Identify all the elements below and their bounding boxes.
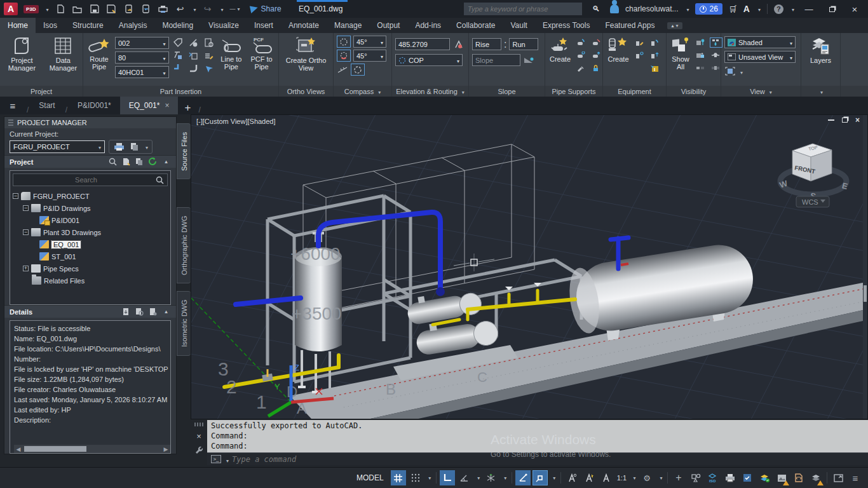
cart-icon[interactable]: 🛒︎ (729, 4, 737, 14)
tab-annotate[interactable]: Annotate (281, 18, 327, 33)
model-viewport[interactable]: [-][Custom View][Shaded] × (191, 114, 868, 419)
file-tab-start[interactable]: Start (30, 97, 64, 114)
elevation-lock-icon[interactable] (452, 39, 464, 50)
snap-mode-toggle[interactable] (408, 470, 423, 485)
support-settings-icon[interactable] (575, 63, 587, 73)
side-tab-source-files[interactable]: Source Files (177, 123, 191, 179)
snap-dropdown-icon[interactable] (425, 475, 433, 481)
polar-tracking-toggle[interactable] (457, 470, 472, 485)
autodesk-app-icon[interactable]: A (743, 4, 750, 14)
save-icon[interactable] (89, 4, 100, 14)
attach-support-icon[interactable] (575, 50, 587, 60)
tree-search-input[interactable] (17, 176, 156, 184)
panel-label-part-insertion[interactable]: Part Insertion (83, 86, 278, 97)
modify-equipment-icon[interactable] (634, 37, 645, 48)
convert-equipment-icon[interactable] (649, 37, 660, 48)
ortho-mode-toggle[interactable] (440, 470, 455, 485)
command-input-row[interactable]: >_ (207, 452, 868, 465)
isometric-drafting-toggle[interactable] (484, 470, 499, 485)
detach-equipment-icon[interactable] (649, 50, 660, 60)
collapse-icon[interactable] (13, 193, 18, 199)
tick-marks-icon[interactable] (337, 65, 348, 75)
help-dropdown-icon[interactable] (790, 4, 794, 13)
tree-item-plant3d-drawings[interactable]: Plant 3D Drawings (13, 226, 168, 238)
username[interactable]: charlesoluwat... (625, 4, 678, 13)
model-space-button[interactable]: MODEL (351, 471, 389, 485)
tree-item-pid001[interactable]: P&ID001 (13, 214, 168, 226)
collapse-icon[interactable] (23, 229, 29, 235)
scrollbar-thumb[interactable] (864, 285, 867, 302)
scrollbar-thumb[interactable] (24, 446, 86, 452)
user-avatar-icon[interactable] (610, 4, 619, 13)
wcs-label[interactable]: WCS (802, 198, 818, 206)
data-manager-button[interactable]: Data Manager (47, 36, 79, 72)
help-search-box[interactable] (464, 3, 582, 15)
nominal-size-combo[interactable]: 80 (115, 51, 169, 64)
workspace-switching-icon[interactable]: ⚙ (639, 470, 654, 485)
validate-icon[interactable] (203, 64, 215, 74)
drawing-standards-icon[interactable] (740, 470, 755, 485)
tab-manage[interactable]: Manage (327, 18, 369, 33)
tab-isos[interactable]: Isos (36, 18, 65, 33)
rise-field[interactable] (472, 38, 501, 50)
iso-snap-icon[interactable]: ISO (705, 470, 721, 485)
line-to-pipe-button[interactable]: Line to Pipe (218, 36, 245, 71)
osnap-dropdown-icon[interactable] (550, 475, 557, 481)
annotation-monitor-icon[interactable]: + (671, 470, 686, 485)
annotation-autoscale-toggle[interactable] (581, 470, 597, 485)
file-tab-menu-icon[interactable]: ≡ (0, 97, 25, 114)
add-to-selection-icon[interactable] (695, 50, 706, 60)
undo-icon[interactable]: ↩ (175, 4, 186, 14)
annotation-scale-value[interactable]: 1:1 (616, 474, 628, 482)
panel-label-visibility[interactable]: Visibility (667, 86, 721, 97)
details-section-header[interactable]: Details ▴ (4, 305, 176, 318)
file-tab-pid001[interactable]: P&ID001* (69, 97, 120, 114)
panel-label-ortho-views[interactable]: Ortho Views (279, 86, 333, 97)
copy-report-icon[interactable] (128, 142, 140, 152)
save-to-web-mobile-icon[interactable] (140, 4, 152, 14)
xref-icon[interactable] (791, 470, 806, 485)
create-ortho-view-button[interactable]: Create Ortho View (283, 36, 329, 72)
create-support-button[interactable]: Create (548, 36, 572, 64)
object-snap-tracking-toggle[interactable] (515, 470, 531, 485)
panel-label-pipe-supports[interactable]: Pipe Supports (545, 86, 602, 97)
palette-title-bar[interactable]: PROJECT MANAGER (4, 117, 176, 128)
compass-toggle[interactable] (337, 36, 351, 48)
panel-label-compass[interactable]: Compass (334, 86, 391, 97)
viewport-minimize-icon[interactable] (828, 119, 834, 121)
annotation-scale-icon[interactable] (599, 470, 614, 485)
compass-increment-combo[interactable]: 45° (353, 36, 386, 48)
create-equipment-button[interactable]: Create (606, 36, 630, 64)
tab-collaborate[interactable]: Collaborate (449, 18, 503, 33)
routing-plane-combo[interactable]: COP (395, 54, 463, 66)
pin-icon[interactable]: ▴ (161, 307, 171, 317)
spec-combo[interactable]: 40HC01 (115, 66, 169, 78)
gasket-visibility-icon[interactable] (710, 50, 721, 60)
report-dropdown-icon[interactable] (144, 143, 148, 151)
polar-dropdown-icon[interactable] (474, 475, 482, 481)
redo-dropdown-icon[interactable] (219, 4, 224, 13)
restore-button[interactable] (824, 4, 840, 14)
plot-icon[interactable] (158, 4, 169, 14)
show-selected-icon[interactable] (695, 37, 706, 48)
route-pipe-button[interactable]: Route Pipe (86, 36, 112, 71)
panel-label-project[interactable]: Project (0, 86, 83, 97)
tree-item-project-root[interactable]: FGRU_PROJECT (13, 190, 168, 202)
user-dropdown-icon[interactable] (684, 4, 689, 13)
tab-close-icon[interactable] (165, 101, 169, 110)
viewport-controls-label[interactable]: [-][Custom View][Shaded] (196, 118, 276, 125)
detach-support-icon[interactable] (590, 37, 602, 48)
toggle-slope-icon[interactable] (172, 50, 184, 60)
visual-style-combo[interactable]: Shaded (724, 36, 796, 48)
customization-menu-icon[interactable]: ≡ (848, 470, 863, 485)
panel-label-slope[interactable]: Slope (469, 86, 545, 97)
view-manager-icon[interactable] (724, 66, 736, 76)
qat-customize-icon[interactable]: — (229, 4, 241, 14)
named-view-combo[interactable]: Unsaved View (724, 51, 796, 63)
lock-support-icon[interactable] (590, 63, 602, 73)
tab-home[interactable]: Home (0, 18, 36, 33)
recent-commands-icon[interactable] (224, 454, 229, 465)
refresh-icon[interactable] (148, 157, 158, 167)
help-icon[interactable]: ? (774, 4, 783, 14)
isodraft-dropdown-icon[interactable] (501, 475, 508, 481)
